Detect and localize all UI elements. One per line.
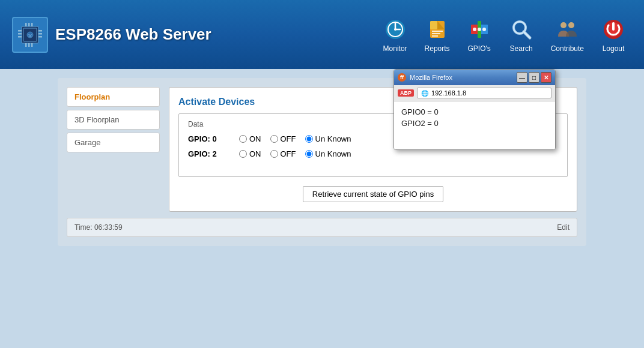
gpio-0-on-option[interactable]: ON xyxy=(239,134,261,143)
app-title: ESP8266 Web Server xyxy=(55,25,211,44)
nav-label-reports: Reports xyxy=(425,44,450,53)
gpio-row-2: GPIO: 2 ON OFF Un Known xyxy=(188,149,558,158)
gpio-2-unknown-radio[interactable] xyxy=(305,150,313,158)
svg-rect-12 xyxy=(28,43,30,47)
nav-item-logout[interactable]: Logout xyxy=(595,13,632,56)
gpio-2-unknown-option[interactable]: Un Known xyxy=(305,149,351,158)
svg-rect-6 xyxy=(38,33,42,35)
firefox-url-bar[interactable]: 🌐 192.168.1.8 xyxy=(417,88,551,98)
footer-bar: Time: 06:33:59 Edit xyxy=(67,218,577,237)
header: IC ESP8266 Web Server Monitor xyxy=(0,0,644,69)
gpio-0-label: GPIO: 0 xyxy=(188,134,227,143)
firefox-icon: ff xyxy=(398,73,406,82)
firefox-gpio2-line: GPIO2 = 0 xyxy=(401,119,548,128)
gpio-0-unknown-option[interactable]: Un Known xyxy=(305,134,351,143)
firefox-gpio0-line: GPIO0 = 0 xyxy=(401,107,548,116)
svg-text:IC: IC xyxy=(28,33,32,37)
nav-item-reports[interactable]: Reports xyxy=(419,13,456,56)
retrieve-gpio-button[interactable]: Retrieve current state of GPIO pins xyxy=(303,186,443,202)
svg-rect-10 xyxy=(31,23,33,26)
nav-label-search: Search xyxy=(510,44,533,53)
monitor-icon xyxy=(383,17,408,42)
globe-icon: 🌐 xyxy=(421,90,428,97)
svg-rect-22 xyxy=(432,33,440,34)
logo-chip: IC xyxy=(12,17,48,53)
svg-point-29 xyxy=(478,28,481,31)
search-icon xyxy=(509,17,534,42)
firefox-content: GPIO0 = 0 GPIO2 = 0 xyxy=(394,101,555,149)
nav-label-gpios: GPIO's xyxy=(467,44,490,53)
firefox-maximize-button[interactable]: □ xyxy=(529,72,539,83)
svg-point-27 xyxy=(473,28,476,31)
firefox-window-controls: — □ ✕ xyxy=(517,72,551,83)
firefox-popup: ff Mozilla Firefox — □ ✕ ABP 🌐 192.168.1… xyxy=(393,69,556,150)
svg-rect-20 xyxy=(430,21,437,29)
sidebar: Floorplan 3D Floorplan Garage xyxy=(67,87,160,155)
svg-point-28 xyxy=(482,28,486,31)
firefox-close-button[interactable]: ✕ xyxy=(541,72,551,83)
contribute-icon xyxy=(554,17,580,42)
gpio-2-label: GPIO: 2 xyxy=(188,149,227,158)
gpio-0-radio-group: ON OFF Un Known xyxy=(239,134,351,143)
svg-rect-38 xyxy=(612,22,615,31)
gpio-0-off-radio[interactable] xyxy=(270,135,278,143)
sidebar-item-garage[interactable]: Garage xyxy=(67,133,160,152)
svg-rect-23 xyxy=(432,35,438,37)
gpio-2-on-option[interactable]: ON xyxy=(239,149,261,158)
firefox-titlebar: ff Mozilla Firefox — □ ✕ xyxy=(394,70,555,85)
gpio-0-unknown-radio[interactable] xyxy=(305,135,313,143)
nav-item-search[interactable]: Search xyxy=(503,13,540,56)
nav-item-gpios[interactable]: GPIO's xyxy=(461,13,498,56)
svg-point-18 xyxy=(394,28,396,31)
footer-edit[interactable]: Edit xyxy=(557,223,570,232)
nav-item-monitor[interactable]: Monitor xyxy=(377,13,414,56)
svg-rect-11 xyxy=(25,43,27,47)
gpio-0-off-option[interactable]: OFF xyxy=(270,134,296,143)
footer-time: Time: 06:33:59 xyxy=(74,223,123,232)
nav-item-contribute[interactable]: Contribute xyxy=(545,13,590,56)
gpio-2-radio-group: ON OFF Un Known xyxy=(239,149,351,158)
firefox-minimize-button[interactable]: — xyxy=(517,72,527,83)
nav-label-contribute: Contribute xyxy=(551,44,584,53)
reports-icon xyxy=(425,17,450,42)
firefox-title-text: ff Mozilla Firefox xyxy=(398,73,452,82)
svg-point-34 xyxy=(560,22,567,28)
svg-rect-9 xyxy=(28,23,30,26)
gpio-2-off-radio[interactable] xyxy=(270,150,278,158)
nav-label-logout: Logout xyxy=(603,44,625,53)
main-nav: Monitor Reports xyxy=(377,13,632,56)
chip-icon: IC xyxy=(16,20,44,49)
svg-rect-13 xyxy=(31,43,33,47)
sidebar-item-floorplan[interactable]: Floorplan xyxy=(67,87,160,107)
adblock-icon[interactable]: ABP xyxy=(398,89,414,97)
logout-icon xyxy=(601,17,626,42)
svg-rect-7 xyxy=(38,36,42,38)
gpio-2-on-radio[interactable] xyxy=(239,150,247,158)
svg-rect-4 xyxy=(18,36,22,38)
gpio-2-off-option[interactable]: OFF xyxy=(270,149,296,158)
nav-label-monitor: Monitor xyxy=(383,44,407,53)
svg-rect-5 xyxy=(38,30,42,32)
logo-area: IC ESP8266 Web Server xyxy=(12,17,211,53)
svg-rect-3 xyxy=(18,33,22,35)
gpios-icon xyxy=(467,17,492,42)
svg-rect-2 xyxy=(18,30,22,32)
svg-rect-21 xyxy=(432,31,443,32)
svg-point-35 xyxy=(568,22,574,28)
gpio-0-on-radio[interactable] xyxy=(239,135,247,143)
svg-rect-8 xyxy=(25,23,27,26)
sidebar-item-3d-floorplan[interactable]: 3D Floorplan xyxy=(67,110,160,130)
firefox-addressbar: ABP 🌐 192.168.1.8 xyxy=(394,85,555,101)
